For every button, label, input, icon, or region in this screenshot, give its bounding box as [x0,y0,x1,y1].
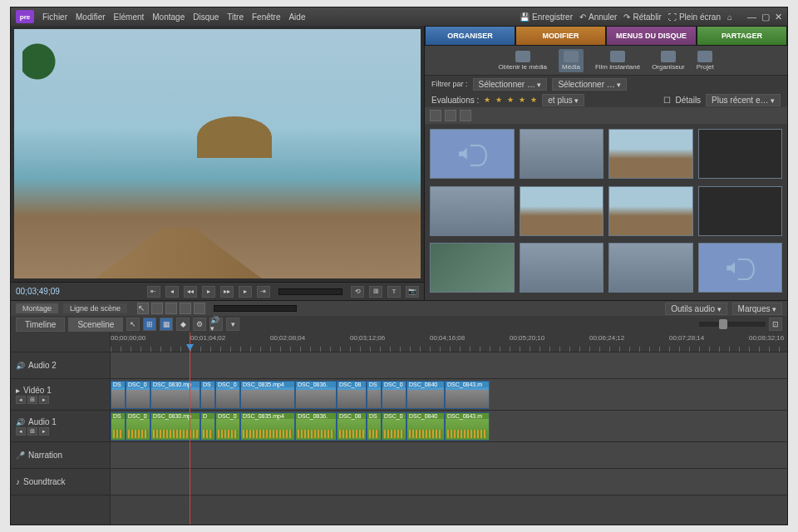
clip[interactable]: DSC_0 [382,412,406,441]
tool-1[interactable] [151,303,163,314]
star-5[interactable]: ★ [530,96,537,104]
sceneline-tab[interactable]: Ligne de scène [63,303,127,313]
media-thumb[interactable] [608,129,693,179]
montage-tab[interactable]: Montage [16,303,58,313]
clip[interactable]: DSC_0 [126,412,150,441]
star-1[interactable]: ★ [484,96,490,104]
track-header-video1[interactable]: ▸Vidéo 1 ◂⊞▸ [11,379,110,411]
track-toggle[interactable]: ◂ [16,427,26,436]
goto-out-button[interactable]: ⇥ [257,286,270,298]
minimize-button[interactable]: — [747,12,756,22]
track-toggle[interactable]: ◂ [16,396,26,404]
details-checkbox[interactable]: ☐ [663,96,671,105]
grid-tool[interactable]: ▦ [160,318,173,331]
close-button[interactable]: ✕ [775,12,782,22]
track-audio1[interactable]: DSDSC_0DSC_0830.mpDDSC_0DSC_0835.mp4DSC_… [111,411,787,442]
media-thumb[interactable] [430,243,515,293]
fit-button[interactable]: ⊡ [769,318,782,331]
clip[interactable]: DSC_08 [337,381,367,409]
menu-element[interactable]: Elément [114,12,145,22]
track-toggle[interactable]: ▸ [39,396,49,404]
add-marker-tool[interactable]: ▾ [226,318,239,331]
clip[interactable]: DSC_0 [382,381,406,409]
clip[interactable]: DS [367,381,382,409]
track-header-narration[interactable]: Narration [11,442,110,469]
clip[interactable]: D [200,412,215,441]
clip[interactable]: DSC_0836. [295,381,337,409]
get-media-button[interactable]: Obtenir le média [498,51,547,71]
star-4[interactable]: ★ [519,96,525,104]
play-button[interactable]: ▸ [202,286,215,298]
list-view-button[interactable] [430,110,441,121]
track-header-audio1[interactable]: Audio 1 ◂⊞▸ [11,411,110,442]
time-ruler[interactable]: 00;00;00;0000;01;04;0200;02;08;0400;03;1… [111,332,787,352]
media-thumb[interactable] [520,186,604,236]
goto-in-button[interactable]: ⇤ [147,286,160,298]
star-3[interactable]: ★ [507,96,514,104]
clip[interactable]: DSC_0835.mp4 [240,381,295,409]
next-button[interactable]: ▸▸ [220,286,234,298]
media-thumb[interactable] [430,186,515,236]
clip[interactable]: DS [200,381,215,409]
menu-edit[interactable]: Modifier [76,12,106,22]
clip[interactable]: DSC_0840 [406,381,445,409]
star-2[interactable]: ★ [495,96,502,104]
clip[interactable]: DSC_0843.m [445,381,490,409]
shuttle-slider[interactable] [278,288,343,295]
playhead[interactable] [190,332,190,525]
undo-button[interactable]: ↶Annuler [579,12,617,22]
menu-help[interactable]: Aide [288,12,305,22]
sceneline-view-tab[interactable]: Sceneline [68,318,123,332]
fullscreen-button[interactable]: ⛶Plein écran [668,12,721,22]
track-header-audio2[interactable]: Audio 2 [11,352,110,379]
step-fwd-button[interactable]: ▸ [239,286,252,298]
timeline-view-tab[interactable]: Timeline [16,318,65,332]
snapshot-button[interactable]: 📷 [406,286,419,298]
media-thumb-audio[interactable] [430,129,515,179]
media-button[interactable]: Média [559,49,584,72]
track-area[interactable]: 00;00;00;0000;01;04;0200;02;08;0400;03;1… [111,332,787,525]
clip[interactable]: DSC_0840 [406,412,445,441]
preview-monitor[interactable] [14,29,421,278]
tool-3[interactable] [180,303,191,314]
clip[interactable]: DSC_0843.m [445,412,490,441]
instant-movie-button[interactable]: Film instantané [595,51,640,71]
media-thumb[interactable] [698,129,783,179]
clip[interactable]: DSC_0 [215,412,240,441]
redo-button[interactable]: ↷Rétablir [623,12,661,22]
tab-disc-menus[interactable]: MENUS DU DISQUE [606,26,697,46]
next-page-button[interactable] [460,110,471,121]
audio-tools-button[interactable]: Outils audio ▾ [665,303,727,315]
audio-tool[interactable]: 🔊▾ [209,318,223,331]
track-toggle[interactable]: ⊞ [27,427,37,436]
snap-tool[interactable]: ⊞ [143,318,156,331]
track-toggle[interactable]: ▸ [39,427,49,436]
clip[interactable]: DS [111,381,126,409]
marker-tool[interactable]: ◆ [176,318,190,331]
project-button[interactable]: Projet [697,51,714,71]
markers-button[interactable]: Marques ▾ [732,303,782,315]
clip[interactable]: DSC_0 [126,381,150,409]
filter-select-2[interactable]: Sélectionner … ▾ [552,78,627,91]
clip[interactable]: DSC_0835.mp4 [240,412,295,441]
selection-tool[interactable]: ↖ [137,303,149,314]
sort-select[interactable]: Plus récent e… ▾ [706,94,781,106]
render-tool[interactable]: ⚙ [193,318,206,331]
menu-file[interactable]: Fichier [42,12,67,22]
safe-margins-button[interactable]: ⊞ [369,286,382,298]
menu-disc[interactable]: Disque [193,12,219,22]
maximize-button[interactable]: ▢ [761,12,770,22]
track-header-soundtrack[interactable]: Soundtrack [11,469,110,495]
media-thumb[interactable] [698,186,783,236]
rating-mode-select[interactable]: et plus ▾ [542,94,584,106]
title-button[interactable]: T [387,286,401,298]
clip[interactable]: DSC_0 [215,381,240,409]
save-button[interactable]: 💾Enregistrer [520,12,573,22]
media-thumb-audio[interactable] [698,243,783,293]
home-icon[interactable]: ⌂ [727,12,732,22]
tool-2[interactable] [165,303,177,314]
track-audio2[interactable] [111,352,787,379]
track-video1[interactable]: DSDSC_0DSC_0830.mpDSDSC_0DSC_0835.mp4DSC… [111,379,787,411]
tab-share[interactable]: PARTAGER [697,26,787,46]
menu-montage[interactable]: Montage [152,12,185,22]
